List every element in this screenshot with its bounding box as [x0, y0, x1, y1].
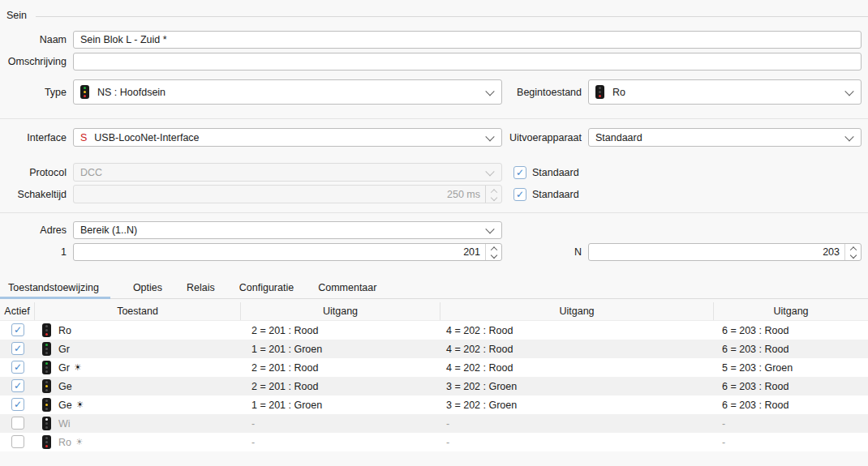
- column-header-actief[interactable]: Actief: [0, 302, 35, 320]
- table-row[interactable]: Gr1 = 201 : Groen4 = 202 : Rood6 = 203 :…: [0, 340, 868, 358]
- output-cell[interactable]: 3 = 202 : Groen: [446, 395, 517, 414]
- begintoestand-dropdown[interactable]: Ro: [588, 79, 862, 105]
- row-active-checkbox[interactable]: [11, 435, 24, 448]
- schakeltijd-spinner: 250 ms: [73, 185, 502, 203]
- begintoestand-value: Ro: [612, 87, 625, 98]
- state-label: Gr: [58, 340, 70, 358]
- type-row: Type NS : Hoofdsein Begintoestand Ro: [0, 79, 868, 105]
- output-cell[interactable]: -: [446, 433, 449, 451]
- signal-aspect-icon: [42, 398, 51, 412]
- output-cell[interactable]: -: [722, 414, 725, 433]
- table-row[interactable]: Wi---: [0, 414, 868, 433]
- adres-mode-value: Bereik (1..N): [80, 224, 137, 236]
- table-row[interactable]: Ge☀1 = 201 : Groen3 = 202 : Groen6 = 203…: [0, 395, 868, 414]
- row-active-checkbox[interactable]: [11, 361, 24, 374]
- separator: [0, 118, 868, 119]
- uitvoerapparaat-label: Uitvoerapparaat: [479, 128, 582, 147]
- column-header-uitgang[interactable]: Uitgang: [241, 302, 440, 320]
- spinner-buttons[interactable]: [844, 244, 861, 260]
- output-cell[interactable]: -: [251, 433, 255, 451]
- output-cell[interactable]: 6 = 203 : Rood: [722, 340, 789, 358]
- adres-label: Adres: [0, 221, 67, 239]
- naam-value: Sein Blok L - Zuid *: [80, 34, 167, 45]
- adres-mode-dropdown[interactable]: Bereik (1..N): [73, 221, 502, 239]
- group-title: Sein: [6, 10, 27, 21]
- tab-configuratie[interactable]: Configuratie: [238, 279, 295, 299]
- row-active-checkbox[interactable]: [11, 379, 24, 392]
- uitvoerapparaat-dropdown[interactable]: Standaard: [588, 128, 862, 147]
- adres-start-label: 1: [0, 243, 67, 261]
- output-cell[interactable]: -: [251, 414, 255, 433]
- interface-label: Interface: [0, 128, 67, 147]
- state-label: Ro☀: [58, 433, 84, 451]
- output-cell[interactable]: 2 = 201 : Rood: [251, 321, 318, 340]
- tab-relais[interactable]: Relais: [185, 279, 217, 299]
- adres-end-value: 203: [823, 244, 840, 260]
- type-dropdown[interactable]: NS : Hoofdsein: [73, 79, 502, 105]
- naam-label: Naam: [0, 31, 67, 49]
- state-label: Ge: [58, 377, 72, 395]
- output-cell[interactable]: 6 = 203 : Rood: [722, 321, 789, 340]
- output-cell[interactable]: 4 = 202 : Rood: [446, 340, 513, 358]
- naam-input[interactable]: Sein Blok L - Zuid *: [73, 31, 862, 49]
- protocol-standaard-checkbox[interactable]: [513, 166, 526, 179]
- output-cell[interactable]: 6 = 203 : Rood: [722, 395, 789, 414]
- row-active-checkbox[interactable]: [11, 342, 24, 355]
- adres-row: Adres Bereik (1..N): [0, 221, 868, 239]
- signal-type-icon: [80, 85, 89, 99]
- column-header-toestand[interactable]: Toestand: [35, 302, 241, 320]
- table-row[interactable]: Ro2 = 201 : Rood4 = 202 : Rood6 = 203 : …: [0, 321, 868, 340]
- adres-start-value: 201: [463, 244, 480, 260]
- output-cell[interactable]: 2 = 201 : Rood: [251, 377, 318, 395]
- tab-opties[interactable]: Opties: [131, 279, 164, 299]
- output-cell[interactable]: 1 = 201 : Groen: [251, 395, 322, 414]
- omschrijving-input[interactable]: [73, 53, 862, 71]
- chevron-down-icon: [844, 132, 853, 141]
- adres-end-spinner[interactable]: 203: [588, 243, 862, 261]
- output-cell[interactable]: 2 = 201 : Rood: [251, 358, 318, 377]
- uitvoerapparaat-value: Standaard: [595, 132, 642, 143]
- schakeltijd-row: Schakeltijd 250 ms Standaard: [0, 185, 868, 203]
- table-row[interactable]: Ge2 = 201 : Rood3 = 202 : Groen6 = 203 :…: [0, 377, 868, 395]
- separator: [0, 212, 868, 213]
- table-row[interactable]: Ro☀---: [0, 433, 868, 451]
- schakeltijd-standaard-checkbox[interactable]: [513, 188, 526, 201]
- output-cell[interactable]: 3 = 202 : Groen: [446, 377, 517, 395]
- schakeltijd-label: Schakeltijd: [0, 185, 67, 203]
- signal-aspect-icon: [42, 361, 51, 374]
- output-cell[interactable]: 5 = 203 : Groen: [722, 358, 793, 377]
- chevron-down-icon: [485, 167, 494, 176]
- flash-icon: ☀: [74, 363, 82, 372]
- adres-end-label: N: [479, 243, 582, 261]
- row-active-checkbox[interactable]: [11, 398, 24, 411]
- state-table: Ro2 = 201 : Rood4 = 202 : Rood6 = 203 : …: [0, 321, 868, 451]
- output-cell[interactable]: 6 = 203 : Rood: [722, 377, 789, 395]
- protocol-row: Protocol DCC Standaard: [0, 163, 868, 182]
- type-value: NS : Hoofdsein: [97, 87, 165, 98]
- output-cell[interactable]: 1 = 201 : Groen: [251, 340, 322, 358]
- output-cell[interactable]: -: [446, 414, 449, 433]
- tab-toestandstoewijzing[interactable]: Toestandstoewijzing: [0, 279, 110, 299]
- interface-row: Interface S USB-LocoNet-Interface Uitvoe…: [0, 128, 868, 147]
- flash-icon: ☀: [76, 400, 84, 409]
- interface-dropdown[interactable]: S USB-LocoNet-Interface: [73, 128, 502, 147]
- column-header-uitgang[interactable]: Uitgang: [714, 302, 868, 320]
- type-label: Type: [0, 79, 67, 105]
- row-active-checkbox[interactable]: [11, 323, 24, 336]
- column-header-uitgang[interactable]: Uitgang: [440, 302, 714, 320]
- schakeltijd-standaard-label: Standaard: [532, 189, 579, 200]
- row-active-checkbox[interactable]: [11, 417, 24, 430]
- signal-aspect-icon: [42, 379, 51, 393]
- begintoestand-label: Begintoestand: [479, 79, 582, 105]
- tab-commentaar[interactable]: Commentaar: [316, 279, 378, 299]
- output-cell[interactable]: 4 = 202 : Rood: [446, 321, 513, 340]
- output-cell[interactable]: -: [722, 433, 725, 451]
- output-cell[interactable]: 4 = 202 : Rood: [446, 358, 513, 377]
- schakeltijd-standaard-option[interactable]: Standaard: [513, 185, 579, 203]
- naam-row: Naam Sein Blok L - Zuid *: [0, 31, 868, 49]
- schakeltijd-value: 250 ms: [447, 186, 480, 203]
- table-row[interactable]: Gr☀2 = 201 : Rood4 = 202 : Rood5 = 203 :…: [0, 358, 868, 377]
- protocol-standaard-option[interactable]: Standaard: [513, 163, 579, 182]
- adres-start-spinner[interactable]: 201: [73, 243, 502, 261]
- protocol-value: DCC: [80, 167, 102, 178]
